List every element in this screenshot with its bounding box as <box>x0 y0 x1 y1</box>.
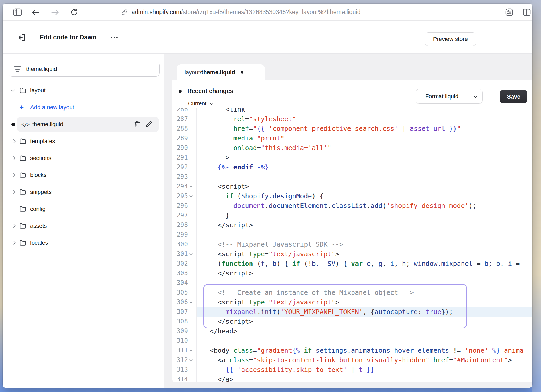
fold-gutter <box>188 172 197 182</box>
fold-gutter <box>188 211 197 220</box>
tree-item-layout[interactable]: layout <box>3 82 164 99</box>
code-line-310[interactable]: 310 <box>172 336 532 346</box>
line-number: 310 <box>172 336 188 346</box>
code-line-313[interactable]: 313{{ 'accessibility.skip_to_text' | t }… <box>172 365 532 375</box>
code-line-314[interactable]: 314</a> <box>172 375 532 382</box>
file-search-box[interactable] <box>9 62 160 77</box>
tree-item-label: sections <box>30 155 51 162</box>
code-line-307[interactable]: 307mixpanel.init('YOUR_MIXPANEL_TOKEN', … <box>172 307 532 317</box>
code-line-301[interactable]: 301<script type="text/javascript"> <box>172 249 532 259</box>
save-button[interactable]: Save <box>500 90 527 103</box>
chevron-right-icon[interactable] <box>12 241 16 245</box>
reload-icon[interactable] <box>69 7 79 17</box>
tree-item-config[interactable]: config <box>3 200 164 217</box>
fold-chevron-icon[interactable] <box>188 249 197 259</box>
fold-chevron-icon[interactable] <box>188 355 197 365</box>
code-line-308[interactable]: 308</script> <box>172 317 532 326</box>
code-line-297[interactable]: 297} <box>172 211 532 220</box>
code-line-286[interactable]: 286<link <box>172 108 532 114</box>
tree-action-add-a-new-layout[interactable]: +Add a new layout <box>3 99 164 116</box>
line-number: 301 <box>172 249 188 259</box>
fold-gutter <box>188 114 197 124</box>
fold-gutter <box>188 124 197 133</box>
fold-chevron-icon[interactable] <box>188 346 197 355</box>
code-line-306[interactable]: 306<script type="text/javascript"> <box>172 297 532 307</box>
tree-item-snippets[interactable]: snippets <box>3 183 164 200</box>
format-liquid-dropdown[interactable] <box>468 89 482 103</box>
search-input[interactable] <box>26 65 155 73</box>
fold-chevron-icon[interactable] <box>188 182 197 191</box>
code-line-311[interactable]: 311<body class="gradient{% if settings.a… <box>172 346 532 355</box>
tree-item-locales[interactable]: locales <box>3 234 164 251</box>
code-line-309[interactable]: 309</head> <box>172 326 532 336</box>
code-line-292[interactable]: 292{%- endif -%} <box>172 162 532 172</box>
exit-editor-icon[interactable] <box>16 32 28 43</box>
tree-item-assets[interactable]: assets <box>3 217 164 234</box>
code-line-304[interactable]: 304 <box>172 278 532 288</box>
more-actions-button[interactable] <box>108 32 120 43</box>
tree-item-templates[interactable]: templates <box>3 133 164 150</box>
line-number: 305 <box>172 288 188 297</box>
url-bar[interactable]: admin.shopify.com/store/rzq1xu-f5/themes… <box>121 4 361 21</box>
delete-file-icon[interactable] <box>132 121 143 128</box>
tree-item-label: layout <box>30 87 46 94</box>
split-view-icon[interactable] <box>522 7 532 17</box>
code-line-291[interactable]: 291> <box>172 153 532 162</box>
code-line-296[interactable]: 296document.documentElement.classList.ad… <box>172 201 532 211</box>
fold-gutter <box>188 240 197 249</box>
tree-item-blocks[interactable]: blocks <box>3 167 164 183</box>
tree-action-label: Add a new layout <box>30 104 74 111</box>
code-text: <!-- Mixpanel Javascript SDK --> <box>197 240 532 249</box>
code-line-303[interactable]: 303</script> <box>172 268 532 278</box>
recent-changes-dot-icon <box>179 90 182 93</box>
chevron-down-icon[interactable] <box>11 88 15 92</box>
code-line-294[interactable]: 294<script> <box>172 182 532 191</box>
rename-file-icon[interactable] <box>143 121 155 128</box>
code-line-290[interactable]: 290onload="this.media='all'" <box>172 143 532 153</box>
code-line-287[interactable]: 287rel="stylesheet" <box>172 114 532 124</box>
sidebar-toggle-icon[interactable] <box>13 7 22 17</box>
fold-gutter <box>188 268 197 278</box>
fold-gutter <box>188 162 197 172</box>
tree-item-sections[interactable]: sections <box>3 150 164 167</box>
chevron-right-icon[interactable] <box>12 156 16 160</box>
tree-item-label: snippets <box>30 189 52 195</box>
back-icon[interactable] <box>31 7 41 17</box>
forward-icon[interactable] <box>50 7 60 17</box>
fold-gutter <box>188 230 197 240</box>
fold-chevron-icon[interactable] <box>188 297 197 307</box>
line-number: 312 <box>172 355 188 365</box>
code-line-300[interactable]: 300<!-- Mixpanel Javascript SDK --> <box>172 240 532 249</box>
code-text: <!-- Create an instance of the Mixpanel … <box>197 288 532 297</box>
code-line-293[interactable]: 293 <box>172 172 532 182</box>
version-dropdown[interactable]: Current <box>188 100 212 107</box>
code-line-298[interactable]: 298</script> <box>172 220 532 230</box>
chevron-right-icon[interactable] <box>12 173 16 177</box>
file-sidebar: layout+Add a new layout</>theme.liquidte… <box>3 54 164 388</box>
line-number: 289 <box>172 133 188 143</box>
code-line-289[interactable]: 289media="print" <box>172 133 532 143</box>
code-line-295[interactable]: 295if (Shopify.designMode) { <box>172 191 532 201</box>
chevron-right-icon[interactable] <box>12 224 16 228</box>
chevron-right-icon[interactable] <box>12 139 16 143</box>
line-number: 292 <box>172 162 188 172</box>
code-line-305[interactable]: 305<!-- Create an instance of the Mixpan… <box>172 288 532 297</box>
tree-item-theme-liquid[interactable]: </>theme.liquid <box>3 116 164 133</box>
code-text: media="print" <box>197 133 532 143</box>
chevron-right-icon[interactable] <box>12 190 16 194</box>
browser-settings-icon[interactable] <box>504 7 514 17</box>
line-number: 308 <box>172 317 188 326</box>
recent-changes: Recent changes <box>179 88 233 95</box>
code-editor[interactable]: 286<link287rel="stylesheet"288href="{{ '… <box>172 108 532 382</box>
code-line-288[interactable]: 288href="{{ 'component-predictive-search… <box>172 124 532 133</box>
format-liquid-button[interactable]: Format liquid <box>416 89 468 103</box>
code-line-302[interactable]: 302(function (f, b) { if (!b.__SV) { var… <box>172 259 532 268</box>
fold-chevron-icon[interactable] <box>188 191 197 201</box>
tab-theme-liquid[interactable]: layout/theme.liquid <box>177 64 265 81</box>
fold-gutter <box>188 365 197 375</box>
browser-toolbar: admin.shopify.com/store/rzq1xu-f5/themes… <box>3 4 532 21</box>
tab-file-name: theme.liquid <box>201 69 235 76</box>
code-line-299[interactable]: 299 <box>172 230 532 240</box>
preview-store-button[interactable]: Preview store <box>425 32 476 46</box>
code-line-312[interactable]: 312<a class="skip-to-content-link button… <box>172 355 532 365</box>
